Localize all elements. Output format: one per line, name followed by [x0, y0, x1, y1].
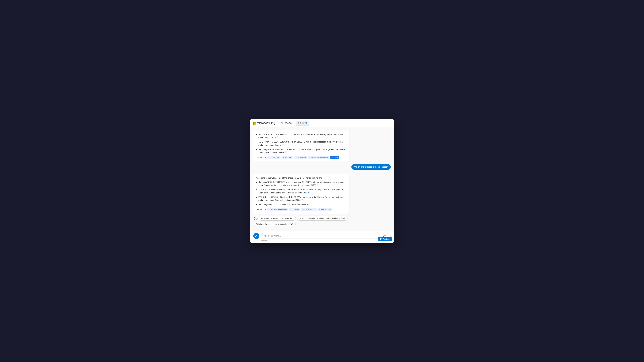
- list-item: Samsung 65-inch Class Curved UHD TU-8300…: [258, 203, 346, 206]
- chat-content: Sony XBR-65A8G, which is a 4K OLED TV wi…: [250, 127, 394, 231]
- source-tag[interactable]: 2. ign.com: [289, 208, 300, 211]
- source-tag[interactable]: 4. bestbuy.com: [318, 208, 332, 211]
- source-tag[interactable]: 4. performwireless.com: [308, 156, 329, 159]
- ai-message-2: According to the web, some of the cheape…: [253, 174, 349, 214]
- source-tag[interactable]: 3. forbes.com: [294, 156, 307, 159]
- source-tag[interactable]: 2. ign.com: [282, 156, 292, 159]
- input-area: Ask me anything... 🎤 ✈ 0/2000: [250, 231, 394, 243]
- learn-more-label: Learn more:: [256, 156, 266, 159]
- input-row: Ask me anything... 🎤 ✈: [253, 233, 391, 239]
- suggested-questions: ? What are the benefits of a curved TV? …: [253, 216, 391, 226]
- source-tag[interactable]: 1. forbes.com: [267, 156, 281, 159]
- ai-message-2-intro: According to the web, some of the cheape…: [256, 176, 346, 180]
- source-tag-more[interactable]: +2 more: [330, 156, 340, 159]
- nav-tabs: 🔍 SEARCH 💬 CHAT: [279, 121, 310, 125]
- send-icon[interactable]: ✈: [387, 234, 389, 237]
- header: Microsoft Bing 🔍 SEARCH 💬 CHAT: [250, 119, 394, 127]
- list-item: TCL 5-Series 55R635, which is a 4K QLED …: [258, 196, 346, 202]
- tab-search-label: SEARCH: [284, 122, 293, 124]
- input-wrapper: Ask me anything... 🎤 ✈: [261, 233, 391, 238]
- list-item: LG Electronics OLED65C8P, which is a 4K …: [258, 140, 346, 147]
- tab-chat[interactable]: 💬 CHAT: [296, 121, 309, 125]
- char-count: 0/2000: [261, 240, 391, 242]
- suggestion-btn-3[interactable]: What are the best sound systems for a TV…: [254, 222, 296, 226]
- clearfix: Which one of these is the cheapest?: [253, 164, 391, 172]
- compose-icon: [255, 235, 258, 237]
- learn-more-1: Learn more: 1. forbes.com 2. ign.com 3. …: [256, 156, 346, 159]
- suggestion-btn-1[interactable]: What are the benefits of a curved TV?: [259, 216, 296, 221]
- bing-logo-text: Microsoft Bing: [257, 121, 275, 125]
- ai-message-2-list: Samsung UN65RU7300FXZA, which is a curve…: [256, 181, 346, 206]
- suggestion-btn-2[interactable]: How do I compare the picture quality of …: [297, 216, 348, 221]
- learn-more-2: Learn more: 1. performwireless.com 2. ig…: [256, 208, 346, 211]
- question-icon: ?: [254, 217, 258, 220]
- chat-icon: 💬: [298, 122, 301, 124]
- feedback-icon: 💬: [380, 238, 382, 240]
- input-placeholder: Ask me anything...: [264, 235, 281, 237]
- learn-more-label-2: Learn more:: [256, 208, 266, 211]
- ai-message-1-list: Sony XBR-65A8G, which is a 4K OLED TV wi…: [256, 133, 346, 154]
- tab-search[interactable]: 🔍 SEARCH: [279, 121, 295, 125]
- compose-button[interactable]: [253, 233, 260, 239]
- bing-logo-icon: [253, 122, 256, 125]
- input-icons: 🎤 ✈: [383, 234, 389, 237]
- search-icon: 🔍: [281, 122, 284, 124]
- feedback-button[interactable]: 💬 Feedback: [378, 237, 392, 241]
- source-tag[interactable]: 3. homechit.com: [301, 208, 317, 211]
- ai-message-1: Sony XBR-65A8G, which is a 4K OLED TV wi…: [253, 130, 349, 161]
- feedback-label: Feedback: [383, 238, 390, 240]
- user-message-1: Which one of these is the cheapest?: [352, 164, 391, 170]
- list-item: Samsung UN65RU8000, which is a 4K LED TV…: [258, 148, 346, 154]
- tab-chat-label: CHAT: [302, 122, 307, 124]
- list-item: Samsung UN65RU7300FXZA, which is a curve…: [258, 181, 346, 187]
- bing-logo: Microsoft Bing: [253, 121, 275, 125]
- source-tag[interactable]: 1. performwireless.com: [267, 208, 288, 211]
- list-item: Sony XBR-65A8G, which is a 4K OLED TV wi…: [258, 133, 346, 139]
- mic-icon[interactable]: 🎤: [383, 234, 386, 237]
- list-item: TCL 6-Series 65R655, which is a 4K QLED …: [258, 188, 346, 194]
